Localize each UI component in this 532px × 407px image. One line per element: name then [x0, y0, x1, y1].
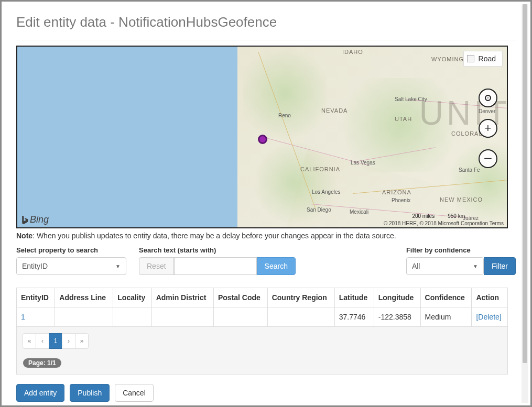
pager-area: « ‹ 1 › » Page: 1/1	[16, 327, 508, 375]
table-header-row: EntityID Address Line Locality Admin Dis…	[17, 288, 508, 307]
map-type-label: Road	[479, 54, 496, 63]
col-entityid[interactable]: EntityID	[17, 288, 55, 307]
search-text-label: Search text (starts with)	[139, 246, 296, 254]
map-type-icon	[467, 55, 474, 62]
page-title: Edit entity data - NotificationHubsGeofe…	[16, 14, 516, 30]
filter-group: Filter by confidence All ▼ Filter	[406, 246, 516, 275]
col-action[interactable]: Action	[472, 288, 508, 307]
property-select-label: Select property to search	[16, 246, 126, 254]
cell-country	[267, 307, 334, 327]
col-address[interactable]: Address Line	[55, 288, 113, 307]
col-admin[interactable]: Admin District	[151, 288, 213, 307]
cell-lon: -122.3858	[374, 307, 420, 327]
col-postal[interactable]: Postal Code	[213, 288, 267, 307]
search-button[interactable]: Search	[257, 257, 296, 275]
filter-select-value: All	[412, 262, 420, 270]
cell-postal	[213, 307, 267, 327]
pager-first[interactable]: «	[23, 333, 36, 349]
property-select-group: Select property to search EntityID ▼	[16, 246, 126, 275]
chevron-down-icon: ▼	[473, 263, 478, 269]
col-locality[interactable]: Locality	[113, 288, 151, 307]
col-lon[interactable]: Longitude	[374, 288, 420, 307]
zoom-out-button[interactable]: −	[479, 149, 497, 168]
locate-button[interactable]	[479, 89, 497, 107]
cell-locality	[113, 307, 151, 327]
filter-button[interactable]: Filter	[484, 257, 516, 275]
chevron-down-icon: ▼	[115, 263, 121, 269]
map-side-controls: + −	[479, 89, 497, 168]
col-conf[interactable]: Confidence	[420, 288, 472, 307]
col-lat[interactable]: Latitude	[334, 288, 374, 307]
cell-conf: Medium	[420, 307, 472, 327]
bing-icon	[20, 215, 29, 225]
reset-button[interactable]: Reset	[139, 257, 174, 275]
vertical-scrollbar[interactable]	[522, 4, 528, 403]
map[interactable]: IDAHO WYOMING Salt Lake City Reno NEVADA…	[16, 46, 508, 228]
data-table: EntityID Address Line Locality Admin Dis…	[16, 288, 508, 327]
table-row: 1 37.7746 -122.3858 Medium [Delete]	[17, 307, 508, 327]
note-text: Note: When you publish updates to entity…	[16, 232, 516, 240]
cancel-button[interactable]: Cancel	[115, 384, 154, 402]
property-select-value: EntityID	[22, 262, 48, 270]
pager: « ‹ 1 › »	[23, 333, 89, 349]
page-badge: Page: 1/1	[23, 358, 61, 368]
search-input[interactable]	[174, 257, 257, 275]
map-pin[interactable]	[258, 135, 267, 144]
search-text-group: Search text (starts with) Reset Search	[139, 246, 296, 275]
filter-label: Filter by confidence	[406, 246, 516, 254]
pager-next[interactable]: ›	[62, 333, 75, 349]
pager-page[interactable]: 1	[49, 333, 62, 349]
pager-last[interactable]: »	[75, 333, 89, 349]
plus-icon: +	[485, 122, 492, 135]
divider	[16, 40, 516, 40]
col-country[interactable]: Country Region	[267, 288, 334, 307]
property-select[interactable]: EntityID ▼	[16, 257, 126, 275]
zoom-in-button[interactable]: +	[479, 119, 497, 138]
filter-select[interactable]: All ▼	[406, 257, 484, 275]
pager-prev[interactable]: ‹	[36, 333, 49, 349]
map-copyright: © 2018 HERE, © 2018 Microsoft Corporatio…	[384, 221, 504, 226]
publish-button[interactable]: Publish	[70, 384, 110, 402]
locate-icon	[485, 95, 491, 101]
bing-logo: Bing	[20, 214, 49, 225]
map-type-selector[interactable]: Road	[463, 51, 503, 67]
search-row: Select property to search EntityID ▼ Sea…	[16, 246, 516, 275]
cell-admin	[151, 307, 213, 327]
map-scalebar: 200 miles 950 km	[412, 213, 465, 219]
add-entity-button[interactable]: Add entity	[16, 384, 64, 402]
dialog-window: Edit entity data - NotificationHubsGeofe…	[0, 0, 532, 407]
cell-lat: 37.7746	[334, 307, 374, 327]
delete-link[interactable]: [Delete]	[476, 313, 501, 321]
actions-row: Add entity Publish Cancel	[16, 384, 516, 402]
cell-address	[55, 307, 113, 327]
scrollbar-thumb[interactable]	[523, 4, 527, 363]
entity-id-link[interactable]: 1	[21, 313, 25, 321]
